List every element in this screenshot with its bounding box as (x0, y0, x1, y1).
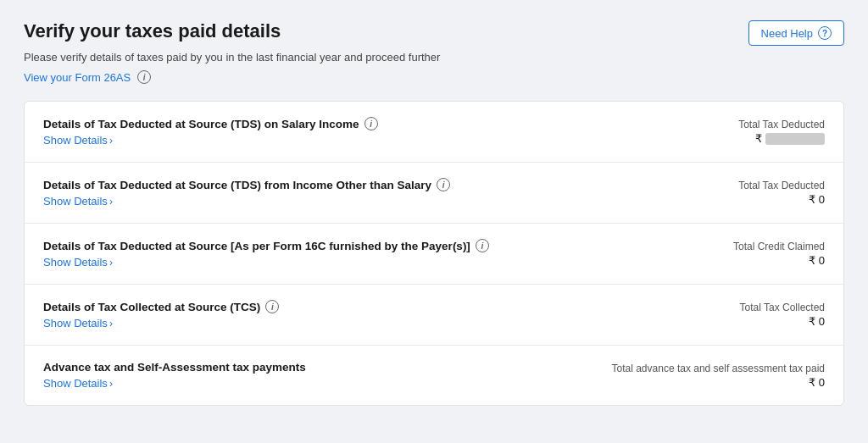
tds-form16c-tax-value: ₹ 0 (689, 254, 825, 267)
form-26as-link[interactable]: View your Form 26AS (24, 71, 131, 84)
form-link-row: View your Form 26AS i (24, 70, 844, 84)
tds-other-title: Details of Tax Deducted at Source (TDS) … (43, 178, 450, 191)
advance-tax-chevron: › (109, 378, 113, 390)
advance-tax-value: ₹ 0 (612, 376, 825, 389)
tds-salary-right: Total Tax Deducted ₹ (689, 119, 825, 146)
tcs-title: Details of Tax Collected at Source (TCS)… (43, 300, 279, 313)
tcs-show-details[interactable]: Show Details › (43, 317, 279, 329)
tds-form16c-chevron: › (109, 257, 113, 269)
advance-tax-right: Total advance tax and self assessment ta… (612, 363, 825, 389)
tcs-info-icon[interactable]: i (265, 300, 279, 313)
tcs-right: Total Tax Collected ₹ 0 (689, 302, 825, 328)
tcs-tax-value: ₹ 0 (689, 315, 825, 328)
tcs-tax-label: Total Tax Collected (689, 302, 825, 313)
need-help-button[interactable]: Need Help ? (748, 20, 844, 46)
tds-other-left: Details of Tax Deducted at Source (TDS) … (43, 178, 450, 208)
tax-details-card: Details of Tax Deducted at Source (TDS) … (24, 101, 844, 406)
tcs-row: Details of Tax Collected at Source (TCS)… (25, 285, 843, 346)
tds-form16c-info-icon[interactable]: i (476, 239, 489, 252)
tds-form16c-right: Total Credit Claimed ₹ 0 (689, 241, 825, 267)
tds-salary-row: Details of Tax Deducted at Source (TDS) … (25, 102, 843, 163)
tds-other-info-icon[interactable]: i (437, 178, 450, 191)
advance-tax-show-details[interactable]: Show Details › (43, 377, 306, 390)
tds-salary-tax-value: ₹ (689, 132, 825, 146)
tds-other-tax-value: ₹ 0 (689, 193, 825, 206)
tcs-left: Details of Tax Collected at Source (TCS)… (43, 300, 279, 329)
subtitle: Please verify details of taxes paid by y… (24, 51, 844, 64)
advance-tax-label: Total advance tax and self assessment ta… (612, 363, 825, 374)
tds-other-tax-label: Total Tax Deducted (689, 180, 825, 191)
advance-tax-title: Advance tax and Self-Assessment tax paym… (43, 361, 306, 374)
form-info-icon[interactable]: i (137, 70, 151, 84)
advance-tax-left: Advance tax and Self-Assessment tax paym… (43, 361, 306, 390)
tds-salary-title: Details of Tax Deducted at Source (TDS) … (43, 117, 378, 130)
tds-form16c-tax-label: Total Credit Claimed (689, 241, 825, 252)
tds-other-chevron: › (109, 196, 113, 208)
tds-form16c-left: Details of Tax Deducted at Source [As pe… (43, 239, 489, 269)
tds-form16c-show-details[interactable]: Show Details › (43, 256, 489, 269)
help-icon: ? (818, 26, 832, 40)
tds-salary-info-icon[interactable]: i (364, 117, 378, 130)
tds-other-right: Total Tax Deducted ₹ 0 (689, 180, 825, 206)
header-row: Verify your taxes paid details Need Help… (24, 20, 844, 46)
tds-salary-left: Details of Tax Deducted at Source (TDS) … (43, 117, 378, 147)
tds-salary-chevron: › (109, 135, 113, 147)
advance-tax-row: Advance tax and Self-Assessment tax paym… (25, 346, 843, 405)
page-wrapper: Verify your taxes paid details Need Help… (0, 0, 868, 443)
tds-form16c-row: Details of Tax Deducted at Source [As pe… (25, 224, 843, 285)
tds-salary-blurred (765, 133, 825, 145)
tcs-chevron: › (109, 318, 113, 329)
tds-other-row: Details of Tax Deducted at Source (TDS) … (25, 163, 843, 224)
tds-salary-tax-label: Total Tax Deducted (689, 119, 825, 130)
page-title: Verify your taxes paid details (24, 20, 281, 42)
tds-other-show-details[interactable]: Show Details › (43, 195, 450, 208)
tds-salary-show-details[interactable]: Show Details › (43, 134, 378, 147)
tds-form16c-title: Details of Tax Deducted at Source [As pe… (43, 239, 489, 252)
need-help-label: Need Help (761, 27, 813, 40)
